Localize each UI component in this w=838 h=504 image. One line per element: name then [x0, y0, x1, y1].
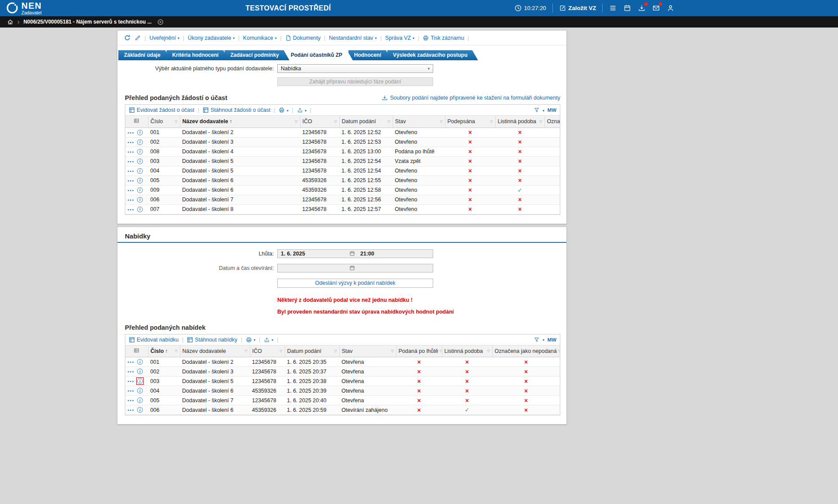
table-row[interactable]: ●●● i 003 Dodavatel - školení 5 12345678… — [125, 156, 560, 166]
close-record-icon[interactable] — [157, 19, 164, 25]
tab-podani-ucastniku[interactable]: Podání účastníků ZP — [285, 50, 353, 60]
table-row[interactable]: ●●● i 004 Dodavatel - školení 5 12345678… — [125, 166, 560, 176]
col-ico[interactable]: IČO▽ — [250, 345, 285, 357]
menu-ukony-zadavatele[interactable]: Úkony zadavatele ▾ — [188, 35, 235, 41]
col-listinna-podoba[interactable]: Listinná podoba▽ — [495, 116, 545, 128]
row-menu-icon[interactable]: ●●● — [128, 150, 134, 153]
info-icon-button[interactable]: i — [137, 168, 143, 174]
table-row[interactable]: ●●● i 002 Dodavatel - školení 3 12345678… — [125, 137, 560, 147]
table-row[interactable]: ●●● i 001 Dodavatel - školení 2 12345678… — [125, 128, 560, 137]
menu-button[interactable] — [609, 4, 617, 12]
filter-caret-icon[interactable]: ▽ — [334, 120, 337, 124]
menu-uverejneni[interactable]: Uveřejnění ▾ — [149, 35, 179, 41]
breadcrumb-item[interactable]: N006/25/V00005181 - Nájem serverů s tech… — [24, 19, 152, 25]
deadline-time-input[interactable]: 21:00 — [355, 251, 374, 257]
info-icon-button[interactable]: i — [137, 206, 143, 213]
files-download-link[interactable]: Soubory podání najdete připravené ke sta… — [382, 95, 560, 101]
deadline-field[interactable]: 1. 6. 2025 21:00 — [277, 249, 433, 258]
info-icon-button[interactable]: i — [137, 368, 143, 375]
info-icon-button[interactable]: i — [137, 148, 143, 155]
row-menu-icon[interactable]: ●●● — [128, 370, 134, 373]
table-row[interactable]: ●●● i 005 Dodavatel - školení 7 12345678… — [125, 396, 560, 405]
chevron-down-icon[interactable]: ▾ — [543, 109, 545, 113]
menu-komunikace[interactable]: Komunikace ▾ — [243, 35, 277, 41]
refresh-icon[interactable] — [124, 34, 131, 41]
evidovat-zadost-button[interactable]: Evidovat žádost o účast — [129, 107, 194, 113]
menu-nestandardni-stav[interactable]: Nestandardní stav ▾ — [329, 35, 376, 41]
table-row[interactable]: ●●● i 005 Dodavatel - školení 6 45359326… — [125, 176, 560, 185]
tab-hodnoceni[interactable]: Hodnocení — [348, 50, 392, 60]
downloads-button[interactable] — [638, 4, 646, 12]
info-icon-button[interactable]: i — [137, 378, 143, 384]
row-menu-icon[interactable]: ●●● — [128, 141, 134, 144]
filter-caret-icon[interactable]: ▽ — [487, 349, 490, 353]
row-menu-icon[interactable]: ●●● — [128, 169, 134, 173]
filter-caret-icon[interactable]: ▽ — [440, 120, 442, 124]
send-invitation-button[interactable]: Odeslání výzvy k podání nabídek — [277, 279, 433, 288]
info-icon-button[interactable]: i — [137, 397, 143, 404]
col-podepsana[interactable]: Podepsána▽ — [445, 116, 495, 128]
col-cislo[interactable]: Číslo↑▽ — [148, 345, 180, 357]
print-grid-button[interactable]: ▾ — [279, 107, 288, 113]
edit-icon[interactable] — [134, 35, 141, 41]
row-menu-icon[interactable]: ●●● — [128, 160, 134, 163]
table-row[interactable]: ●●● i 006 Dodavatel - školení 6 45359326… — [125, 405, 560, 415]
row-menu-icon[interactable]: ●●● — [128, 198, 134, 201]
row-menu-icon[interactable]: ●●● — [128, 208, 134, 211]
print-grid-button[interactable]: ▾ — [246, 337, 255, 343]
filter-caret-icon[interactable]: ▽ — [391, 349, 393, 353]
export-grid-button[interactable]: ▾ — [264, 337, 273, 343]
filter-caret-icon[interactable]: ▽ — [490, 120, 493, 124]
row-menu-icon[interactable]: ●●● — [128, 408, 134, 411]
info-icon-button[interactable]: i — [137, 158, 143, 165]
table-row[interactable]: ●●● i 007 Dodavatel - školení 8 12345678… — [125, 204, 560, 214]
create-vz-button[interactable]: Založit VZ — [559, 4, 597, 12]
start-next-phase-button[interactable]: Zahájit přípravu následující fáze podání — [277, 77, 433, 86]
mw-toggle[interactable]: MW — [548, 337, 556, 342]
filter-caret-icon[interactable]: ▽ — [295, 120, 297, 124]
info-icon-button[interactable]: i — [137, 177, 143, 184]
calendar-button[interactable] — [623, 4, 631, 12]
calendar-icon[interactable] — [349, 251, 355, 256]
filter-icon[interactable] — [534, 107, 540, 113]
row-menu-icon[interactable]: ●●● — [128, 399, 134, 402]
deadline-date-input[interactable]: 1. 6. 2025 — [278, 251, 349, 257]
chevron-down-icon[interactable]: ▾ — [543, 338, 545, 342]
tab-zadavaci-podminky[interactable]: Zadávací podmínky — [224, 50, 289, 60]
info-icon-button[interactable]: i — [137, 387, 143, 394]
filter-caret-icon[interactable]: ▽ — [387, 120, 390, 124]
evidovat-nabidku-button[interactable]: Evidovat nabídku — [129, 337, 179, 343]
column-chooser[interactable] — [125, 345, 148, 357]
menu-sprava-vz[interactable]: Správa VZ ▾ — [385, 35, 414, 41]
col-ico[interactable]: IČO▽ — [300, 116, 339, 128]
filter-caret-icon[interactable]: ▽ — [245, 349, 247, 353]
col-stav[interactable]: Stav▽ — [393, 116, 445, 128]
tab-kriteria-hodnoceni[interactable]: Kritéria hodnocení — [166, 50, 229, 60]
profile-button[interactable] — [666, 4, 675, 12]
info-icon-button[interactable]: i — [137, 407, 143, 413]
calendar-icon[interactable] — [349, 265, 355, 271]
filter-caret-icon[interactable]: ▽ — [279, 349, 282, 353]
messages-button[interactable] — [652, 4, 660, 12]
filter-caret-icon[interactable]: ▽ — [175, 120, 177, 124]
col-oznacena-nepodana[interactable]: Označena jako nepodaná▽ — [492, 345, 560, 357]
tab-vysledek[interactable]: Výsledek zadávacího postupu — [387, 50, 478, 60]
tab-zakladni-udaje[interactable]: Základní údaje — [118, 50, 171, 60]
opening-field[interactable] — [277, 264, 433, 273]
menu-tisk-zaznamu[interactable]: Tisk záznamu — [423, 35, 464, 41]
home-icon[interactable] — [7, 19, 14, 25]
col-nazev-dodavatele[interactable]: Název dodavatele▽ — [180, 345, 250, 357]
col-datum-podani[interactable]: Datum podání▽ — [339, 116, 393, 128]
col-stav[interactable]: Stav▽ — [339, 345, 396, 357]
table-row[interactable]: ●●● i 006 Dodavatel - školení 7 12345678… — [125, 195, 560, 204]
filter-caret-icon[interactable]: ▽ — [334, 349, 337, 353]
row-menu-icon[interactable]: ●●● — [128, 380, 134, 383]
col-cislo[interactable]: Číslo▽ — [148, 116, 180, 128]
table-row[interactable]: ●●● i 002 Dodavatel - školení 3 12345678… — [125, 367, 560, 376]
filter-caret-icon[interactable]: ▽ — [558, 349, 560, 353]
col-podana-po-lhute[interactable]: Podaná po lhůtě▽ — [396, 345, 442, 357]
table-row[interactable]: ●●● i 009 Dodavatel - školení 6 45359326… — [125, 185, 560, 195]
filter-icon[interactable] — [534, 337, 540, 343]
row-menu-icon[interactable]: ●●● — [128, 189, 134, 192]
mw-toggle[interactable]: MW — [548, 107, 556, 113]
